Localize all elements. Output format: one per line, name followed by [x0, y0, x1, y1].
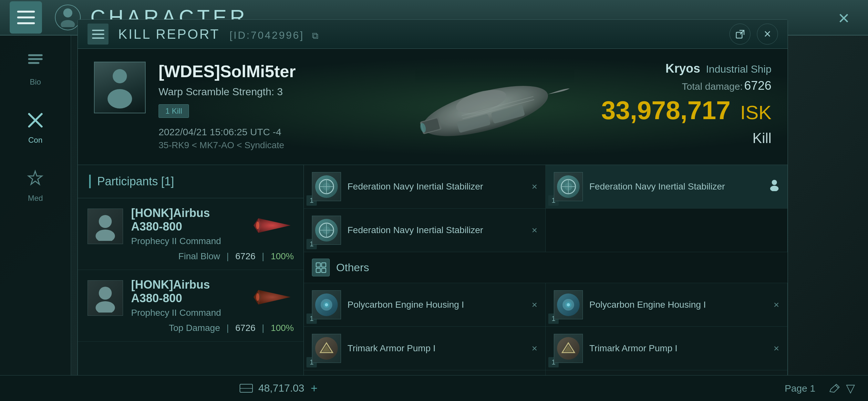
- bottom-bar: 48,717.03 + Page 1 ▽: [0, 375, 868, 401]
- item-icon-3: [312, 216, 341, 245]
- modal-menu-button[interactable]: [88, 24, 108, 44]
- item-row-2: 1 Federation Navy Inertial Stabilizer: [546, 165, 787, 209]
- edit-icon[interactable]: [828, 382, 841, 394]
- sidebar-item-combat[interactable]: Con: [16, 106, 55, 145]
- participant-stats-2: Top Damage | 6726 | 100%: [88, 323, 294, 333]
- sidebar-item-medals[interactable]: Med: [16, 165, 55, 204]
- svg-marker-7: [28, 171, 42, 184]
- participant-corp-2: Prophecy II Command: [131, 308, 244, 318]
- bottom-value: 48,717.03: [258, 382, 304, 394]
- total-damage-value: 6726: [744, 79, 771, 92]
- modal-header: KILL REPORT [ID:7042996] ⧉ ×: [78, 20, 787, 49]
- other-item-row-3: 1 Trimark Armor Pump I ×: [304, 327, 546, 370]
- others-section-header: Others: [304, 252, 787, 283]
- total-damage-label: Total damage:: [682, 81, 743, 92]
- item-name-2: Federation Navy Inertial Stabilizer: [589, 181, 763, 192]
- other-item-close-1[interactable]: ×: [531, 299, 537, 310]
- modal-close-button[interactable]: ×: [757, 24, 778, 44]
- kill-badge: 1 Kill: [159, 104, 189, 118]
- participant-name-2: [HONK]Airbus A380-800: [131, 278, 244, 305]
- items-panel: 1 Federation Navy Inertial Stabilizer: [304, 165, 787, 401]
- item-row-1: 1 Federation Navy Inertial Stabilizer: [304, 165, 546, 209]
- sidebar-medals-label: Med: [28, 194, 43, 203]
- app-close-button[interactable]: ×: [833, 6, 855, 29]
- bottom-add-button[interactable]: +: [311, 382, 317, 395]
- other-item-name-4: Trimark Armor Pump I: [589, 343, 767, 354]
- kill-info-section: [WDES]SolMi5ter Warp Scramble Strength: …: [78, 49, 787, 165]
- participants-title: Participants [1]: [89, 175, 174, 188]
- participant-avatar-2: [88, 280, 123, 316]
- other-item-close-4[interactable]: ×: [773, 343, 779, 354]
- svg-rect-4: [28, 62, 39, 64]
- item-icon-1: [312, 172, 341, 201]
- kill-location: 35-RK9 < MK7-AO < Syndicate: [159, 140, 296, 150]
- svg-point-25: [96, 301, 115, 312]
- participants-header: Participants [1]: [78, 165, 304, 198]
- character-icon: [55, 4, 81, 30]
- other-item-name-2: Polycarbon Engine Housing I: [589, 299, 767, 311]
- svg-point-0: [63, 8, 72, 18]
- other-item-row-4: 1 Trimark Armor Pump I ×: [546, 327, 787, 370]
- items-grid: 1 Federation Navy Inertial Stabilizer: [304, 165, 787, 401]
- victim-warp-strength: Warp Scramble Strength: 3: [159, 86, 296, 98]
- other-item-close-2[interactable]: ×: [773, 299, 779, 310]
- svg-rect-43: [316, 268, 320, 273]
- others-icon: [312, 258, 330, 276]
- svg-point-50: [567, 303, 570, 306]
- isk-value: 33,978,717: [601, 97, 731, 123]
- other-item-icon-3: [312, 334, 341, 363]
- modal-external-button[interactable]: [730, 24, 750, 44]
- modal-id-copy-icon[interactable]: ⧉: [312, 31, 320, 41]
- ship-display: [387, 49, 601, 165]
- item-icon-2: [554, 172, 583, 201]
- kill-report-modal: KILL REPORT [ID:7042996] ⧉ ×: [78, 19, 788, 401]
- svg-point-22: [96, 229, 115, 241]
- svg-point-35: [772, 180, 777, 185]
- other-item-name-3: Trimark Armor Pump I: [347, 343, 525, 354]
- kill-date: 2022/04/21 15:06:25 UTC -4: [159, 127, 296, 137]
- svg-rect-41: [316, 263, 320, 267]
- other-item-icon-4: [554, 334, 583, 363]
- victim-name: [WDES]SolMi5ter: [159, 62, 296, 81]
- bio-icon: [23, 49, 49, 75]
- participant-stats-1: Final Blow | 6726 | 100%: [88, 251, 294, 261]
- filter-button[interactable]: ▽: [846, 382, 855, 395]
- other-item-close-3[interactable]: ×: [531, 343, 537, 354]
- item-close-3[interactable]: ×: [531, 225, 537, 236]
- sidebar-combat-label: Con: [28, 135, 42, 145]
- sidebar-item-bio[interactable]: Bio: [16, 49, 55, 87]
- other-item-row-2: 1 Polycarbon Engine Housing I ×: [546, 283, 787, 327]
- victim-avatar: [94, 62, 146, 113]
- modal-actions: ×: [730, 24, 778, 44]
- kill-stats: Kryos Industrial Ship Total damage: 6726…: [626, 49, 787, 165]
- svg-point-21: [99, 215, 112, 228]
- svg-point-1: [61, 20, 75, 27]
- sidebar-bio-label: Bio: [30, 78, 41, 87]
- item-person-icon: [770, 180, 779, 194]
- ship-class: Kryos Industrial Ship: [642, 62, 771, 75]
- participant-entry-2: [HONK]Airbus A380-800 Prophecy II Comman…: [78, 270, 304, 342]
- item-name-3: Federation Navy Inertial Stabilizer: [347, 224, 525, 236]
- item-row-3-right: [546, 209, 787, 252]
- menu-button[interactable]: [10, 1, 42, 34]
- participant-entry-1: [HONK]Airbus A380-800 Prophecy II Comman…: [78, 198, 304, 270]
- svg-point-11: [107, 89, 132, 109]
- page-info: Page 1: [785, 383, 815, 394]
- isk-unit: ISK: [740, 101, 771, 124]
- left-sidebar: Bio Con Med: [0, 35, 71, 401]
- participant-ship-icon-1: [252, 213, 294, 239]
- others-title: Others: [336, 261, 369, 274]
- participant-corp-1: Prophecy II Command: [131, 236, 244, 246]
- svg-rect-42: [321, 263, 326, 267]
- victim-info: [WDES]SolMi5ter Warp Scramble Strength: …: [78, 49, 304, 165]
- participant-avatar-1: [88, 209, 123, 244]
- svg-point-36: [770, 186, 779, 191]
- svg-point-23: [256, 221, 259, 229]
- participant-ship-icon-2: [252, 285, 294, 311]
- kill-type: Kill: [642, 130, 771, 146]
- participant-name-1: [HONK]Airbus A380-800: [131, 206, 244, 234]
- item-close-1[interactable]: ×: [531, 181, 537, 192]
- other-item-icon-1: [312, 290, 341, 319]
- victim-details: [WDES]SolMi5ter Warp Scramble Strength: …: [159, 62, 296, 150]
- svg-rect-44: [321, 268, 326, 273]
